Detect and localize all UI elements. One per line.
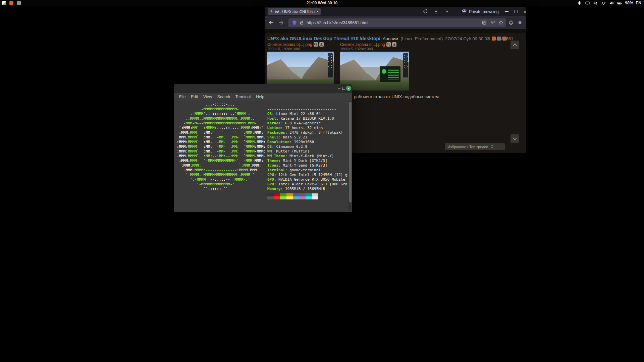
thumbnail-conky-panel — [328, 53, 333, 77]
private-browsing-label: Private browsing — [469, 9, 499, 14]
palette-swatch — [306, 193, 312, 196]
window-minimize-button[interactable] — [503, 8, 511, 14]
translate-icon[interactable]: A — [490, 20, 495, 25]
thread-title[interactable]: UN*X aka GNULinux Desktop Thread #10 /de… — [267, 36, 380, 41]
ascii-line: .-MMMMMMMMMMMMMMM-. — [177, 107, 266, 112]
network-arrows-icon[interactable] — [593, 0, 598, 6]
bookmark-star-icon[interactable] — [498, 20, 504, 25]
neofetch-info-line: GPU: NVIDIA GeForce RTX 3050 Mobile — [267, 177, 347, 182]
thumbnail-conky-panel — [403, 53, 408, 77]
neofetch-info-line: Theme: Mint-Y-Dark [GTK2/3] — [267, 159, 347, 163]
bell-icon[interactable] — [577, 0, 582, 6]
ascii-line: .-MMMM`..-:::::::-..`MMMM-. — [177, 112, 266, 116]
terminal-menu-edit[interactable]: Edit — [188, 95, 201, 99]
keyboard-layout-indicator[interactable]: EN — [636, 1, 641, 5]
neofetch-info-line: GPU: Intel Alder Lake-P GT1 [UHD Gra — [267, 182, 347, 187]
lock-icon[interactable] — [299, 20, 305, 25]
battery-icon[interactable] — [617, 0, 622, 6]
desktop: 21:09 Wed 30.10 98% EN — [0, 0, 644, 362]
wifi-icon[interactable] — [601, 0, 606, 6]
palette-swatch — [274, 193, 280, 196]
magnifier-icon[interactable] — [314, 42, 318, 47]
reader-view-icon[interactable] — [482, 20, 487, 25]
palette-row — [267, 193, 318, 196]
terminal-menu-terminal[interactable]: Terminal — [233, 95, 253, 99]
download-icon[interactable] — [319, 42, 324, 47]
terminal-menu-search[interactable]: Search — [215, 95, 233, 99]
terminal-menu-view[interactable]: View — [201, 95, 215, 99]
browser-tab[interactable]: /s/ - UN*X aka GNULinux De × — [268, 8, 321, 15]
attachment-filename[interactable]: Снимок экрана о[...].png — [340, 42, 385, 47]
attachment-filename[interactable]: Снимок экрана о[...].png — [267, 42, 312, 47]
reload-icon[interactable] — [423, 9, 428, 14]
media-app-icon[interactable] — [9, 1, 13, 5]
system-app-icon[interactable] — [17, 1, 21, 5]
terminal-body[interactable]: ...-:::::-... .-MMMMMMMMMMMMMMM-. .-MMMM… — [174, 101, 352, 212]
window-maximize-button[interactable] — [513, 8, 520, 14]
terminal-scrollbar[interactable] — [348, 101, 352, 211]
window-close-button[interactable]: × — [521, 8, 529, 14]
thread-action-icon-2[interactable] — [497, 37, 501, 41]
ascii-line: :MMM:MMM:` `:MMM:MMM: — [177, 163, 266, 168]
clock[interactable]: 21:09 Wed 30.10 — [307, 0, 338, 6]
neofetch-info-line: CPU: 12th Gen Intel i5-12450H (12) @ — [267, 173, 347, 177]
forward-icon[interactable] — [278, 20, 284, 26]
ascii-line: .MMM.MMMM:--------------:MMMM.MMM. — [177, 168, 266, 173]
neofetch-info-line: OS: Linux Mint 22 x86_64 — [267, 112, 347, 116]
neofetch-info-line: Host: Katana 17 B12UCR REV:1.0 — [267, 116, 347, 121]
menu-icon[interactable]: ≡ — [517, 20, 523, 25]
attachment-2: Снимок экрана о[...].png 1866Кб, 1920x10… — [340, 42, 409, 90]
thread-action-icon-1[interactable] — [492, 37, 496, 41]
terminal-menu-help[interactable]: Help — [253, 95, 267, 99]
ascii-line: ...-:::::-... — [177, 102, 266, 107]
thumbnail-dot — [325, 53, 326, 54]
ascii-line: .:MMMM.:MMMMMMMMMMMMMMM:.MMMM:. — [177, 116, 266, 121]
refresh-icon[interactable] — [490, 144, 502, 149]
url-text[interactable]: https://2ch.hk/s/res/3489681.html — [307, 18, 368, 27]
tab-strip[interactable]: /s/ - UN*X aka GNULinux De × Private bro… — [265, 7, 526, 16]
thumbnail-art — [267, 59, 306, 82]
downloads-icon[interactable] — [433, 9, 439, 14]
document-app-icon[interactable] — [2, 1, 6, 5]
reply-count[interactable]: 1 — [488, 36, 490, 41]
extensions-icon[interactable] — [508, 20, 514, 25]
ascii-line: `:MMM:MM` :MMMM:....::-...-MMMM:MMM:` — [177, 126, 266, 130]
post-text: рабочего стола от UNIX-подобных систем — [354, 94, 439, 99]
ascii-line: ``-:::::-`` — [177, 187, 266, 191]
terminal-minimize-button[interactable] — [336, 86, 341, 91]
url-bar[interactable]: https://2ch.hk/s/res/3489681.html A — [288, 18, 506, 27]
ascii-line: .MMM.MMMM` :MM. -MM. .MM- `MMMM.MMM. — [177, 135, 266, 140]
ascii-line: '-MMMM.-MMMMMMMMMMMMMMM-.MMMM-' — [177, 173, 266, 177]
magnifier-icon[interactable] — [386, 42, 391, 47]
thumbnail-dot — [269, 53, 270, 54]
scroll-down-button[interactable] — [511, 134, 519, 143]
download-icon[interactable] — [392, 42, 396, 47]
thumbnail-dot — [401, 53, 402, 54]
terminal-close-button[interactable]: × — [346, 86, 351, 91]
display-icon[interactable] — [585, 0, 590, 6]
ascii-line: '.-MMMM``--:::::--``MMMM-.' — [177, 177, 266, 182]
ascii-line: :MMM:MMMM` :MM. -MM- .MM: `MMMM-MMM: — [177, 149, 266, 154]
tab-close-icon[interactable]: × — [316, 10, 319, 14]
terminal-maximize-button[interactable] — [341, 86, 346, 91]
post-date: 27/07/24 Суб 00:30:03 — [445, 36, 489, 41]
palette-swatch — [293, 193, 299, 196]
palette-swatch — [299, 193, 306, 196]
neofetch-info-line: Kernel: 6.8.0-47-generic — [267, 121, 347, 126]
terminal-titlebar[interactable]: × — [174, 84, 352, 93]
neofetch-info-line: Packages: 2478 (dpkg), 8 (flatpak) — [267, 130, 347, 135]
back-icon[interactable] — [268, 20, 274, 26]
shield-icon[interactable] — [292, 20, 297, 25]
thread-action-icon-3[interactable] — [502, 37, 506, 41]
thumbnail-dot — [341, 53, 342, 54]
terminal-menu-file[interactable]: File — [176, 95, 188, 99]
private-mask-icon — [462, 9, 467, 14]
terminal-scrollbar-thumb[interactable] — [349, 102, 352, 202]
tab-list-chevron-icon[interactable] — [444, 9, 449, 14]
scroll-up-button[interactable] — [511, 41, 519, 49]
neofetch-info-line: Memory: 1935MiB / 15695MiB — [267, 187, 347, 191]
favorites-bar[interactable]: Избранное / Топ тредов — [445, 143, 505, 150]
volume-icon[interactable] — [609, 0, 614, 6]
status-area[interactable]: 98% EN — [577, 0, 641, 6]
page-header-strip — [265, 29, 526, 34]
